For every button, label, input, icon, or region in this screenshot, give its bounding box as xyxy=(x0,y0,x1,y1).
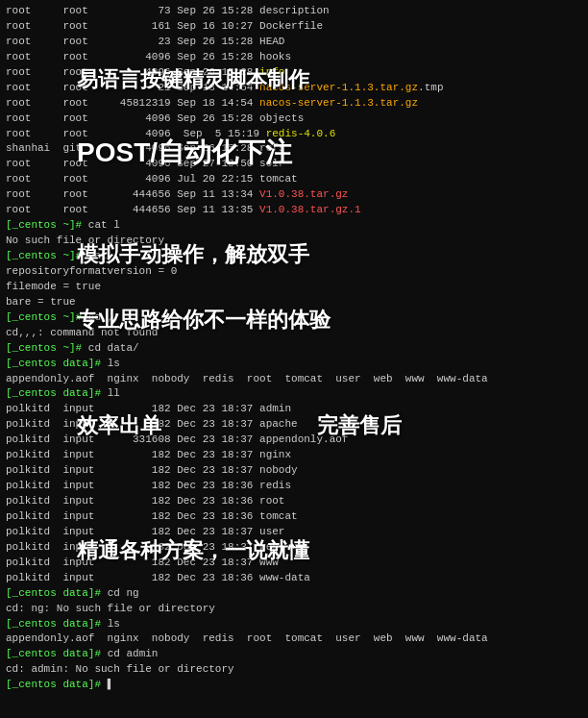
terminal-line: polkitd input 182 Dec 23 18:36 www-data xyxy=(6,571,582,586)
terminal-line: [_centos data]# ll xyxy=(6,386,582,402)
terminal-line: polkitd input 331608 Dec 23 18:37 append… xyxy=(6,433,582,448)
terminal-line: polkitd input 182 Dec 23 18:36 tomcat xyxy=(6,509,582,525)
terminal-line: appendonly.aof nginx nobody redis root t… xyxy=(6,631,582,647)
terminal-line: shanhai git 4096 Sep 26 15:28 refs xyxy=(6,141,582,157)
terminal-line: root root 444656 Sep 11 13:35 V1.0.38.ta… xyxy=(6,203,582,218)
terminal-line: polkitd input 182 Dec 23 18:37 nobody xyxy=(6,463,582,479)
terminal-line: polkitd input 182 Dec 23 18:37 user xyxy=(6,525,582,540)
terminal-line: [_centos ~]# cd data/ xyxy=(6,341,582,357)
terminal-line: polkitd input 182 Dec 23 18:37 nginx xyxy=(6,448,582,463)
terminal-line: [_centos ~]# cd,,, xyxy=(6,310,582,326)
terminal-line: [_centos ~]# cat . xyxy=(6,249,582,264)
terminal-line: No such file or directory xyxy=(6,234,582,249)
terminal-line: cd: admin: No such file or directory xyxy=(6,662,582,678)
terminal-line: cd: ng: No such file or directory xyxy=(6,602,582,617)
terminal-line: root root 4096 Sep 27 13:50 solr xyxy=(6,157,582,172)
terminal-line: [_centos data]# cd admin xyxy=(6,647,582,662)
terminal-line: [_centos ~]# cat l xyxy=(6,218,582,234)
terminal-line: [_centos data]# ls xyxy=(6,357,582,372)
terminal-line: bare = true xyxy=(6,295,582,310)
terminal-line: root root 4096 Sep 26 15:28 info xyxy=(6,65,582,81)
terminal-line: polkitd input 182 Dec 23 18:37 web xyxy=(6,540,582,556)
terminal-line: [_centos data]# cd ng xyxy=(6,586,582,602)
terminal-line: root root 23 Sep 26 15:28 HEAD xyxy=(6,35,582,50)
terminal-line: polkitd input 182 Dec 23 18:37 admin xyxy=(6,402,582,417)
terminal-line: polkitd input 182 Dec 23 18:37 www xyxy=(6,556,582,571)
terminal-line: repositoryformatversion = 0 xyxy=(6,264,582,280)
terminal-line: root root 4096 Jul 20 22:15 tomcat xyxy=(6,172,582,187)
terminal-line: root root 73 Sep 26 15:28 description xyxy=(6,4,582,19)
terminal-line: [_centos data]# ls xyxy=(6,617,582,632)
terminal-line: root root 444656 Sep 11 13:34 V1.0.38.ta… xyxy=(6,187,582,203)
terminal-line: root root 4096 Sep 26 15:28 hooks xyxy=(6,50,582,65)
terminal-line: polkitd input 182 Dec 23 18:36 redis xyxy=(6,479,582,494)
terminal-line: [_centos data]# ▌ xyxy=(6,678,582,693)
terminal-line: polkitd input 182 Dec 23 18:37 apache xyxy=(6,417,582,433)
terminal-line: root root 45812319 Sep 18 14:54 nacos-se… xyxy=(6,96,582,111)
terminal-line: root root 4096 Sep 5 15:19 redis-4.0.6 xyxy=(6,127,582,142)
terminal-line: root root 161 Sep 16 10:27 Dockerfile xyxy=(6,19,582,35)
terminal-line: appendonly.aof nginx nobody redis root t… xyxy=(6,372,582,387)
terminal-line: root root 21 Sep 18 14:54 nacos-server-1… xyxy=(6,81,582,96)
terminal-line: filemode = true xyxy=(6,280,582,295)
terminal-line: polkitd input 182 Dec 23 18:36 root xyxy=(6,494,582,509)
terminal-window: root root 73 Sep 26 15:28 description ro… xyxy=(0,0,588,718)
terminal-line: cd,,,: command not found xyxy=(6,326,582,341)
terminal-line: root root 4096 Sep 26 15:28 objects xyxy=(6,111,582,127)
